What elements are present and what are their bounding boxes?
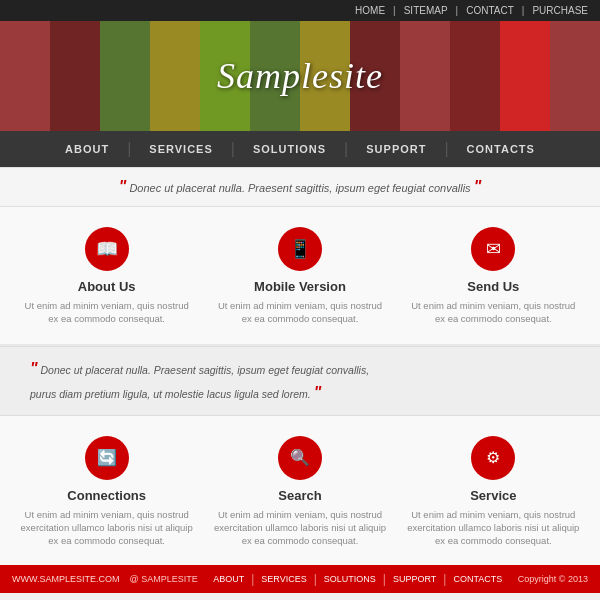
service-title: Service: [407, 488, 580, 503]
aboutus-title: About Us: [20, 279, 193, 294]
service-connections: 🔄 Connections Ut enim ad minim veniam, q…: [10, 436, 203, 548]
stripe-2: [50, 21, 100, 131]
nav-solutions[interactable]: SOLUTIONS: [235, 131, 344, 167]
nav-contacts[interactable]: CONTACTS: [449, 131, 553, 167]
sendus-desc: Ut enim ad minim veniam, quis nostrud ex…: [407, 299, 580, 326]
close-quote-2: ": [314, 384, 322, 401]
stripe-10: [450, 21, 500, 131]
service-service: ⚙ Service Ut enim ad minim veniam, quis …: [397, 436, 590, 548]
stripe-4: [150, 21, 200, 131]
search-title: Search: [213, 488, 386, 503]
feature-mobile: 📱 Mobile Version Ut enim ad minim veniam…: [203, 227, 396, 326]
footer-social: @ SAMPLESITE: [130, 574, 198, 584]
stripe-12: [550, 21, 600, 131]
top-nav-purchase[interactable]: PURCHASE: [532, 5, 588, 16]
service-gear-icon: ⚙: [471, 436, 515, 480]
sendus-title: Send Us: [407, 279, 580, 294]
open-quote: ": [119, 178, 127, 195]
connections-title: Connections: [20, 488, 193, 503]
footer: WWW.SAMPLESITE.COM @ SAMPLESITE ABOUT | …: [0, 565, 600, 593]
top-nav-sitemap[interactable]: SITEMAP: [404, 5, 448, 16]
site-title: Samplesite: [217, 55, 383, 97]
footer-nav-services[interactable]: SERVICES: [254, 574, 313, 584]
nav-services[interactable]: SERVICES: [131, 131, 230, 167]
feature-aboutus: 📖 About Us Ut enim ad minim veniam, quis…: [10, 227, 203, 326]
footer-nav-contacts[interactable]: CONTACTS: [446, 574, 509, 584]
footer-left: WWW.SAMPLESITE.COM @ SAMPLESITE: [12, 574, 198, 584]
stripe-9: [400, 21, 450, 131]
stripe-11: [500, 21, 550, 131]
quote2-line1: Donec ut placerat nulla. Praesent sagitt…: [41, 364, 370, 376]
footer-site: WWW.SAMPLESITE.COM: [12, 574, 120, 584]
connections-desc: Ut enim ad minim veniam, quis nostrud ex…: [20, 508, 193, 548]
service-search: 🔍 Search Ut enim ad minim veniam, quis n…: [203, 436, 396, 548]
search-desc: Ut enim ad minim veniam, quis nostrud ex…: [213, 508, 386, 548]
feature-sendus: ✉ Send Us Ut enim ad minim veniam, quis …: [397, 227, 590, 326]
footer-nav-solutions[interactable]: SOLUTIONS: [317, 574, 383, 584]
footer-navigation: ABOUT | SERVICES | SOLUTIONS | SUPPORT |…: [206, 572, 509, 586]
top-nav-home[interactable]: HOME: [355, 5, 385, 16]
quote-bar-2: " Donec ut placerat nulla. Praesent sagi…: [0, 346, 600, 416]
service-desc: Ut enim ad minim veniam, quis nostrud ex…: [407, 508, 580, 548]
quote2-line2: purus diam pretium ligula, ut molestie l…: [30, 388, 311, 400]
quote-bar-1: " Donec ut placerat nulla. Praesent sagi…: [0, 167, 600, 207]
mobile-desc: Ut enim ad minim veniam, quis nostrud ex…: [213, 299, 386, 326]
stripe-3: [100, 21, 150, 131]
footer-nav-support[interactable]: SUPPORT: [386, 574, 443, 584]
nav-support[interactable]: SUPPORT: [348, 131, 444, 167]
footer-copyright: Copyright © 2013: [518, 574, 588, 584]
aboutus-desc: Ut enim ad minim veniam, quis nostrud ex…: [20, 299, 193, 326]
main-navigation: ABOUT | SERVICES | SOLUTIONS | SUPPORT |…: [0, 131, 600, 167]
connections-icon: 🔄: [85, 436, 129, 480]
aboutus-icon: 📖: [85, 227, 129, 271]
stripe-1: [0, 21, 50, 131]
nav-about[interactable]: ABOUT: [47, 131, 127, 167]
features-section: 📖 About Us Ut enim ad minim veniam, quis…: [0, 207, 600, 346]
hero-section: Samplesite: [0, 21, 600, 131]
top-bar: HOME | SITEMAP | CONTACT | PURCHASE: [0, 0, 600, 21]
footer-nav-about[interactable]: ABOUT: [206, 574, 251, 584]
mobile-title: Mobile Version: [213, 279, 386, 294]
services-section: 🔄 Connections Ut enim ad minim veniam, q…: [0, 416, 600, 566]
open-quote-2: ": [30, 360, 38, 377]
top-nav-contact[interactable]: CONTACT: [466, 5, 514, 16]
sendus-icon: ✉: [471, 227, 515, 271]
quote1-text: Donec ut placerat nulla. Praesent sagitt…: [129, 182, 470, 194]
search-icon: 🔍: [278, 436, 322, 480]
close-quote: ": [474, 178, 482, 195]
mobile-icon: 📱: [278, 227, 322, 271]
